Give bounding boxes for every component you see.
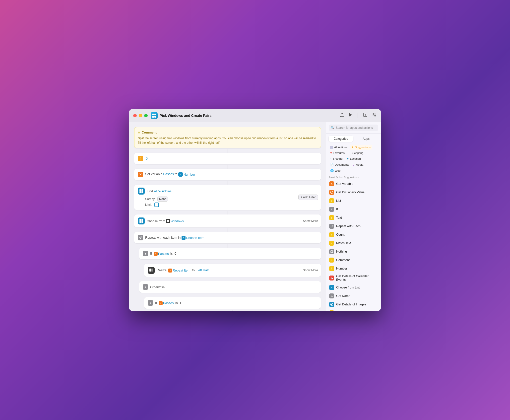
repeat-action-icon: ↺ [329, 224, 334, 229]
search-input[interactable] [329, 125, 378, 131]
connector [233, 310, 233, 311]
tab-apps[interactable]: Apps [354, 136, 379, 142]
sidebar-categories: All Actions ✦ Suggestions ♥ Favorites ⟨/… [326, 144, 381, 174]
svg-rect-15 [139, 219, 141, 221]
svg-rect-20 [168, 220, 169, 221]
main-window: Pick Windows and Create Pairs [129, 109, 381, 311]
settings-button[interactable] [372, 112, 377, 119]
set-variable-card: ✕ Set variable Passes to ≡ Number [134, 169, 321, 180]
connector [228, 228, 228, 232]
action-text[interactable]: T Text [326, 213, 381, 222]
comment-body: Split the screen using two windows from … [138, 136, 317, 145]
number-action-icon: # [329, 266, 334, 271]
otherwise-1-card: Y Otherwise [139, 281, 321, 293]
comment-title: ≡ Comment [138, 130, 317, 135]
svg-rect-11 [139, 189, 141, 191]
add-filter-button[interactable]: + Add Filter [298, 195, 318, 200]
action-number[interactable]: # Number [326, 264, 381, 273]
list-icon: ≡ [329, 198, 334, 203]
count-icon: # [329, 232, 334, 237]
action-nothing[interactable]: Nothing [326, 247, 381, 256]
number-icon: # [138, 156, 143, 161]
suggestions-header: Next Action Suggestions [326, 174, 381, 180]
titlebar-actions [340, 112, 377, 119]
traffic-lights [133, 114, 148, 117]
action-combine-text[interactable]: ≡ Combine Text [326, 309, 381, 311]
passes-var-icon-2: X [159, 301, 163, 305]
connector [228, 181, 228, 185]
connector [230, 294, 230, 297]
combine-text-icon: ≡ [329, 310, 334, 311]
run-button[interactable] [348, 113, 353, 118]
workflow-area[interactable]: ≡ Comment Split the screen using two win… [129, 122, 326, 311]
action-if[interactable]: Y If [326, 205, 381, 213]
action-list[interactable]: ≡ List [326, 197, 381, 205]
svg-rect-13 [139, 191, 141, 193]
fullscreen-button[interactable] [144, 114, 148, 117]
svg-rect-22 [168, 221, 169, 222]
cat-documents[interactable]: 📄 Documents [329, 162, 351, 167]
connector [228, 165, 228, 169]
svg-rect-0 [152, 114, 154, 115]
action-get-name[interactable]: Ao Get Name [326, 292, 381, 300]
sidebar-search: 🔍 [326, 122, 381, 134]
choose-from-windows-card: Choose from Windows [134, 214, 321, 227]
sidebar-tabs: Categories Apps [326, 134, 381, 144]
svg-point-33 [331, 304, 332, 305]
cat-scripting[interactable]: ⟨/⟩ Scripting [347, 151, 365, 155]
svg-rect-23 [149, 269, 151, 272]
svg-rect-17 [139, 221, 141, 223]
titlebar: Pick Windows and Create Pairs [129, 109, 381, 122]
cat-all-actions[interactable]: All Actions [329, 145, 349, 150]
cat-suggestions[interactable]: ✦ Suggestions [350, 145, 372, 150]
show-more-resize-left-button[interactable]: Show More [303, 269, 318, 272]
if-passes-0-card: Y If X Passes is 0 [139, 248, 321, 259]
action-get-dictionary-value[interactable]: Get Dictionary Value [326, 188, 381, 197]
sidebar: 🔍 Categories Apps All Actions [326, 122, 381, 311]
svg-rect-12 [141, 189, 143, 191]
choose-list-icon: ≡ [329, 285, 334, 290]
share-button[interactable] [340, 113, 344, 118]
resize-left-label: Resize X Repeat Item to Left Half [157, 268, 209, 273]
action-count[interactable]: # Count [326, 230, 381, 239]
action-list[interactable]: X Get Variable Get Dictionary Value ≡ Li… [326, 180, 381, 311]
app-icon [151, 112, 158, 119]
svg-rect-2 [152, 116, 154, 118]
save-to-library-button[interactable] [363, 112, 368, 119]
cat-web[interactable]: 🌐 Web [329, 168, 342, 173]
close-button[interactable] [133, 114, 137, 117]
choose-label: Choose from Windows [147, 219, 184, 223]
minimize-button[interactable] [139, 114, 142, 117]
sort-select[interactable]: None [157, 197, 168, 202]
limit-toggle[interactable] [154, 203, 159, 207]
action-choose-from-list[interactable]: ≡ Choose from List [326, 283, 381, 292]
action-match-text[interactable]: ≈ Match Text [326, 239, 381, 247]
resize-left-icon [148, 267, 155, 274]
number-type-icon: ≡ [178, 172, 183, 177]
find-label: Find All Windows [147, 189, 172, 193]
cat-media[interactable]: ♪ Media [352, 162, 365, 167]
find-icon [138, 188, 145, 195]
connector [228, 149, 228, 153]
action-get-variable[interactable]: X Get Variable [326, 180, 381, 188]
svg-rect-19 [167, 220, 168, 221]
show-more-button[interactable]: Show More [303, 219, 318, 223]
action-get-details-calendar[interactable]: 📅 Get Details of Calendar Events [326, 273, 381, 283]
text-icon: T [329, 215, 334, 220]
action-get-details-images[interactable]: Get Details of Images [326, 300, 381, 309]
connector [228, 244, 228, 248]
cat-sharing[interactable]: ↑ Sharing [329, 156, 344, 161]
cat-favorites[interactable]: ♥ Favorites [329, 151, 346, 155]
set-variable-icon: ✕ [138, 172, 143, 177]
tab-categories[interactable]: Categories [329, 136, 353, 142]
sort-row: Sort by: None [138, 197, 318, 202]
nothing-icon [329, 249, 334, 254]
cat-location[interactable]: ➤ Location [345, 156, 362, 161]
if-label-2: If X Passes is 1 [155, 301, 181, 305]
action-repeat-with-each[interactable]: ↺ Repeat with Each [326, 222, 381, 230]
repeat-item-icon-1: X [168, 269, 172, 273]
action-comment[interactable]: ≡ Comment [326, 256, 381, 264]
comment-card: ≡ Comment Split the screen using two win… [134, 127, 321, 148]
repeat-icon: ↺ [138, 235, 143, 240]
connector [230, 260, 230, 264]
